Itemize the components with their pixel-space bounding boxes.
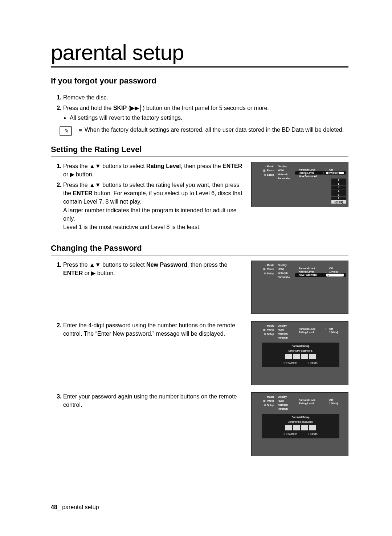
mock-side-setup: Setup [267, 404, 274, 406]
mock-opt: 5 [331, 186, 346, 189]
text: Rating Level [299, 402, 322, 405]
mock-mid-network: Network [276, 404, 295, 406]
forgot-steps: Remove the disc. Press and hold the SKIP… [51, 93, 348, 122]
section-heading-password: Changing the Password [51, 244, 348, 255]
mock-dialog-enter: Parental Setup Enter New password. 0~9 N… [262, 343, 339, 367]
text: Number [288, 433, 297, 435]
play-icon: ▶ [70, 171, 74, 177]
mock-side-setup: Setup [267, 272, 274, 275]
skip-bold: SKIP [113, 105, 127, 111]
mock-side-photo: Photo [267, 328, 274, 331]
updown-icon: ▲▼ [89, 262, 101, 268]
mock-row-adults: 8(Adults) [326, 172, 344, 174]
text: Return [310, 433, 318, 435]
mock-row-off: Off [329, 168, 344, 171]
text: A larger number indicates that the progr… [63, 207, 237, 222]
mock-opt: 4 [331, 189, 346, 193]
mock-opt: 7 [331, 179, 346, 182]
play-icon: ▶ [91, 270, 95, 276]
mock-side-photo: Photo [267, 169, 274, 172]
text: , then press the [181, 163, 222, 169]
mock-opt: 2 [331, 197, 346, 200]
text: , then press the [187, 262, 227, 268]
updown-icon: ▲▼ [89, 163, 101, 169]
mock-mid-parental: Parental [278, 276, 288, 278]
text: Number [288, 361, 297, 364]
text: Press the [63, 163, 89, 169]
mock-rating-dropdown: 7 6 5 4 3 2 1(Kids) [331, 179, 346, 204]
text: When the factory default settings are re… [85, 127, 344, 133]
mock-row-newpw: New Password [299, 175, 322, 177]
mock-mid-display: Display [276, 324, 295, 327]
text: or [63, 171, 70, 177]
mock-side-music: Music [267, 165, 274, 168]
text: 1(Kids) [329, 402, 344, 405]
text: buttons to select [101, 163, 146, 169]
forgot-step-2: Press and hold the SKIP (▶▶│) button on … [63, 104, 348, 122]
mock-screen-newpw: ♪Music ▦Photo ⚙Setup Display HDMI Networ… [251, 261, 348, 314]
enter-bold: ENTER [63, 270, 83, 276]
mock-mid-display: Display [276, 264, 295, 266]
mock-side-setup: Setup [267, 333, 274, 335]
text: or [83, 270, 91, 276]
password-steps-3: Enter your password again using the numb… [51, 392, 244, 409]
mock-mid-hdmi: HDMI [276, 268, 295, 270]
password-step-1: Press the ▲▼ buttons to select New Passw… [63, 261, 244, 277]
mock-side-setup: Setup [267, 173, 274, 176]
mock-screen-confirm-pw: ♪Music ▦Photo ⚙Setup Display HDMI Networ… [251, 392, 348, 456]
rating-level-bold: Rating Level [146, 163, 181, 169]
text: Off [329, 328, 344, 330]
rating-step-2: Press the ▲▼ buttons to select the ratin… [63, 181, 244, 231]
mock-side-photo: Photo [267, 268, 274, 270]
rating-step-1: Press the ▲▼ buttons to select Rating Le… [63, 162, 244, 179]
password-steps-1: Press the ▲▼ buttons to select New Passw… [51, 261, 244, 277]
forgot-step-2-sub: All settings will revert to the factory … [70, 114, 348, 122]
mock-dialog-msg: Enter New password. [264, 349, 337, 352]
text: 1(Kids) [329, 270, 344, 273]
mock-row-lock: Parental Lock [299, 168, 322, 171]
mock-dialog-msg: Confirm the password. [264, 421, 337, 423]
text: Off [329, 267, 344, 270]
updown-icon: ▲▼ [89, 182, 101, 188]
enter-bold: ENTER [73, 190, 93, 196]
mock-screen-rating: ♪Music ▦Photo ⚙Setup Display HDMI Networ… [251, 162, 348, 207]
newpw-bold: New Password [146, 262, 187, 268]
text: Parental Lock [299, 328, 322, 330]
mock-mid-display: Display [276, 396, 295, 398]
mock-dialog-title: Parental Setup [264, 416, 337, 418]
text: Off [329, 399, 344, 401]
mock-mid-network: Network [276, 332, 295, 335]
mock-mid-network: Network [276, 173, 295, 176]
text: Level 1 is the most restrictive and Leve… [63, 224, 201, 230]
text: Rating Level [299, 331, 322, 334]
password-step-3: Enter your password again using the numb… [63, 392, 244, 409]
enter-bold: ENTER [222, 163, 242, 169]
mock-mid-display: Display [276, 165, 295, 168]
text: Press the [63, 262, 89, 268]
mock-mid-parental: Parental [278, 408, 288, 410]
mock-row-rating: Rating Level [299, 172, 322, 174]
mock-row-newpw: New Password [299, 274, 322, 277]
note-icon: ✎ [60, 126, 72, 136]
password-steps-2: Enter the 4-digit password using the num… [51, 321, 244, 338]
footer-label: parental setup [62, 504, 99, 510]
section-heading-forgot: If you forgot your password [51, 76, 348, 88]
mock-mid-parental: Parental [278, 336, 288, 339]
text: _ [57, 504, 62, 510]
text: button on the front panel for 5 seconds … [144, 105, 269, 111]
mock-side-music: Music [267, 324, 274, 327]
mock-screen-enter-pw: ♪Music ▦Photo ⚙Setup Display HDMI Networ… [251, 321, 348, 385]
mock-mid-network: Network [276, 272, 295, 274]
mock-opt: 6 [331, 182, 346, 186]
mock-mid-hdmi: HDMI [276, 400, 295, 402]
mock-opt: 3 [331, 193, 346, 197]
mock-mid-parental: Parental [278, 177, 288, 180]
text: Press the [63, 182, 89, 188]
forgot-step-1: Remove the disc. [63, 93, 348, 102]
text: Parental Lock [299, 399, 322, 401]
mock-side-music: Music [267, 396, 274, 398]
section-heading-rating: Setting the Rating Level [51, 145, 348, 157]
text: button. [95, 270, 115, 276]
page-number: 48 [51, 504, 57, 510]
password-step-2: Enter the 4-digit password using the num… [63, 321, 244, 338]
